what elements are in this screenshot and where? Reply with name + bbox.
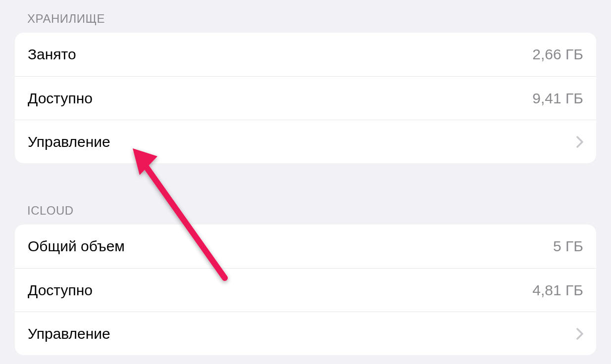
storage-manage-label: Управление [28,134,110,150]
icloud-manage-row[interactable]: Управление [15,312,596,355]
storage-used-label: Занято [28,46,76,63]
chevron-right-icon [576,328,583,340]
storage-used-value: 2,66 ГБ [532,46,583,63]
icloud-section-header: iCloud [0,163,611,225]
storage-available-label: Доступно [28,90,93,107]
storage-manage-row[interactable]: Управление [15,120,596,163]
storage-available-value: 9,41 ГБ [532,90,583,107]
icloud-manage-label: Управление [28,325,110,342]
icloud-available-value: 4,81 ГБ [532,282,583,299]
storage-group: Занято 2,66 ГБ Доступно 9,41 ГБ Управлен… [15,33,596,163]
icloud-total-value: 5 ГБ [553,238,583,255]
storage-available-row: Доступно 9,41 ГБ [15,76,596,120]
storage-section-header: Хранилище [0,0,611,33]
icloud-available-label: Доступно [28,282,93,299]
icloud-total-row: Общий объем 5 ГБ [15,225,596,268]
settings-storage-screen: Хранилище Занято 2,66 ГБ Доступно 9,41 Г… [0,0,611,355]
chevron-right-icon [576,136,583,148]
icloud-total-label: Общий объем [28,238,125,255]
icloud-group: Общий объем 5 ГБ Доступно 4,81 ГБ Управл… [15,225,596,355]
icloud-available-row: Доступно 4,81 ГБ [15,268,596,312]
storage-used-row: Занято 2,66 ГБ [15,33,596,76]
